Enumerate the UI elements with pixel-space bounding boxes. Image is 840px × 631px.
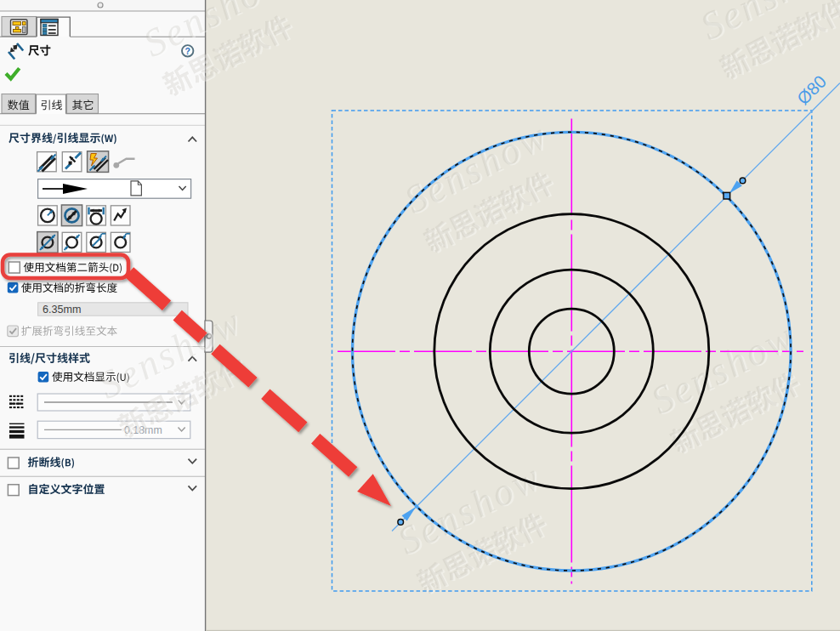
svg-text:6.35mm: 6.35mm [43, 304, 82, 316]
